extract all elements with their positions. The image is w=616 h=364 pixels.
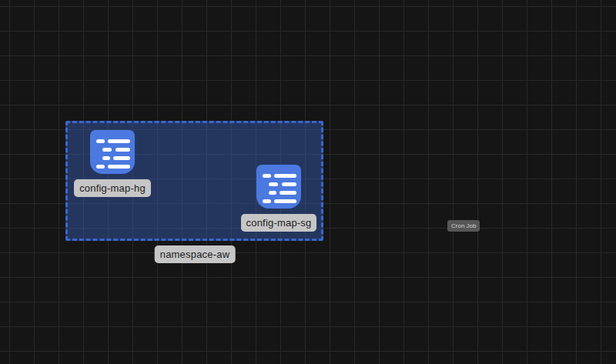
config-map-icon[interactable] [256,165,301,209]
node-config-map-sg[interactable]: config-map-sg [243,165,315,232]
node-label: config-map-hg [74,179,151,197]
cron-job-label[interactable]: Cron Job [447,220,480,232]
namespace-label: namespace-aw [155,245,236,263]
node-label: config-map-sg [241,214,317,232]
namespace-group-box[interactable]: config-map-hg config-map-sg [65,121,323,241]
config-map-icon[interactable] [90,130,135,175]
node-config-map-hg[interactable]: config-map-hg [74,130,151,197]
diagram-canvas[interactable]: config-map-hg config-map-sg namespace-aw… [0,0,616,364]
